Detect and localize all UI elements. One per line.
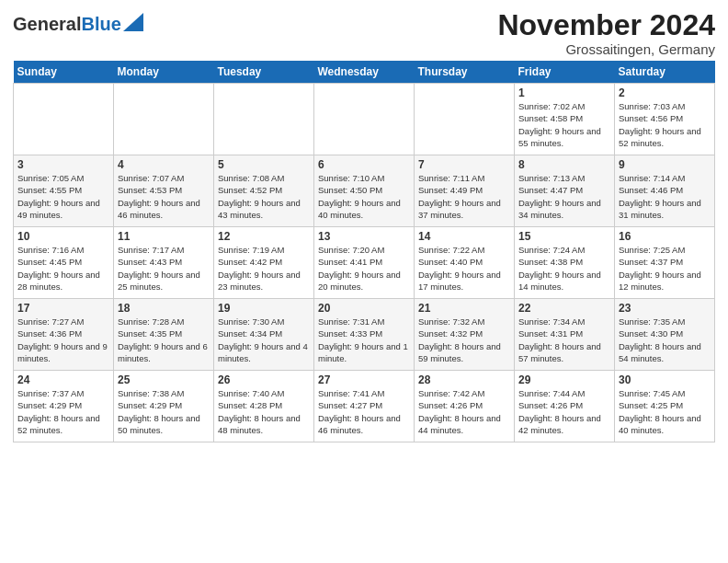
calendar-cell: 14Sunrise: 7:22 AM Sunset: 4:40 PM Dayli… [415,227,515,299]
day-number: 22 [518,302,610,315]
day-number: 25 [118,373,210,386]
svg-marker-0 [123,13,143,31]
day-info: Sunrise: 7:19 AM Sunset: 4:42 PM Dayligh… [218,244,310,293]
day-number: 16 [619,230,711,243]
day-number: 9 [619,158,711,171]
day-number: 10 [17,230,109,243]
day-info: Sunrise: 7:20 AM Sunset: 4:41 PM Dayligh… [318,244,410,293]
day-info: Sunrise: 7:40 AM Sunset: 4:28 PM Dayligh… [218,387,310,436]
location: Grossaitingen, Germany [497,41,715,57]
day-info: Sunrise: 7:17 AM Sunset: 4:43 PM Dayligh… [118,244,210,293]
day-number: 1 [518,86,610,99]
day-number: 2 [619,86,711,99]
day-number: 3 [17,158,109,171]
calendar-cell [214,84,314,155]
calendar-week-4: 17Sunrise: 7:27 AM Sunset: 4:36 PM Dayli… [14,299,715,371]
day-info: Sunrise: 7:24 AM Sunset: 4:38 PM Dayligh… [518,244,610,293]
month-title: November 2024 [497,9,715,41]
day-number: 6 [318,158,410,171]
calendar-cell: 7Sunrise: 7:11 AM Sunset: 4:49 PM Daylig… [415,155,515,227]
calendar-cell: 29Sunrise: 7:44 AM Sunset: 4:26 PM Dayli… [515,371,615,442]
calendar-cell [114,84,214,155]
logo-blue: Blue [81,14,120,34]
day-info: Sunrise: 7:31 AM Sunset: 4:33 PM Dayligh… [318,316,410,364]
logo-arrow-icon [123,13,143,31]
day-number: 5 [218,158,310,171]
day-info: Sunrise: 7:34 AM Sunset: 4:31 PM Dayligh… [518,316,610,364]
day-info: Sunrise: 7:38 AM Sunset: 4:29 PM Dayligh… [118,387,210,436]
day-number: 11 [118,230,210,243]
day-number: 21 [418,302,510,315]
header-row-days: Sunday Monday Tuesday Wednesday Thursday… [14,61,715,84]
logo: GeneralBlue [13,13,143,33]
day-number: 14 [418,230,510,243]
day-info: Sunrise: 7:22 AM Sunset: 4:40 PM Dayligh… [418,244,510,293]
day-number: 7 [418,158,510,171]
calendar-cell: 1Sunrise: 7:02 AM Sunset: 4:58 PM Daylig… [515,84,615,155]
calendar-week-5: 24Sunrise: 7:37 AM Sunset: 4:29 PM Dayli… [14,371,715,442]
calendar-cell: 27Sunrise: 7:41 AM Sunset: 4:27 PM Dayli… [314,371,415,442]
calendar-week-2: 3Sunrise: 7:05 AM Sunset: 4:55 PM Daylig… [14,155,715,227]
calendar-cell: 22Sunrise: 7:34 AM Sunset: 4:31 PM Dayli… [515,299,615,371]
day-info: Sunrise: 7:07 AM Sunset: 4:53 PM Dayligh… [118,172,210,221]
day-info: Sunrise: 7:45 AM Sunset: 4:25 PM Dayligh… [619,387,711,436]
col-sunday: Sunday [14,61,114,84]
day-info: Sunrise: 7:44 AM Sunset: 4:26 PM Dayligh… [518,387,610,436]
day-info: Sunrise: 7:42 AM Sunset: 4:26 PM Dayligh… [418,387,510,436]
calendar-cell: 11Sunrise: 7:17 AM Sunset: 4:43 PM Dayli… [114,227,214,299]
calendar-cell: 21Sunrise: 7:32 AM Sunset: 4:32 PM Dayli… [415,299,515,371]
day-info: Sunrise: 7:28 AM Sunset: 4:35 PM Dayligh… [118,316,210,364]
calendar-body: 1Sunrise: 7:02 AM Sunset: 4:58 PM Daylig… [14,84,715,442]
col-tuesday: Tuesday [214,61,314,84]
day-info: Sunrise: 7:35 AM Sunset: 4:30 PM Dayligh… [619,316,711,364]
title-section: November 2024 Grossaitingen, Germany [497,9,715,57]
day-number: 29 [518,373,610,386]
calendar-cell: 9Sunrise: 7:14 AM Sunset: 4:46 PM Daylig… [615,155,715,227]
day-number: 30 [619,373,711,386]
calendar-container: GeneralBlue November 2024 Grossaitingen,… [0,0,728,448]
calendar-cell: 6Sunrise: 7:10 AM Sunset: 4:50 PM Daylig… [314,155,415,227]
day-info: Sunrise: 7:13 AM Sunset: 4:47 PM Dayligh… [518,172,610,221]
day-number: 12 [218,230,310,243]
day-info: Sunrise: 7:05 AM Sunset: 4:55 PM Dayligh… [17,172,109,221]
day-number: 13 [318,230,410,243]
day-info: Sunrise: 7:37 AM Sunset: 4:29 PM Dayligh… [17,387,109,436]
day-info: Sunrise: 7:41 AM Sunset: 4:27 PM Dayligh… [318,387,410,436]
calendar-cell: 17Sunrise: 7:27 AM Sunset: 4:36 PM Dayli… [14,299,114,371]
calendar-cell: 10Sunrise: 7:16 AM Sunset: 4:45 PM Dayli… [14,227,114,299]
day-info: Sunrise: 7:11 AM Sunset: 4:49 PM Dayligh… [418,172,510,221]
calendar-cell: 28Sunrise: 7:42 AM Sunset: 4:26 PM Dayli… [415,371,515,442]
logo-general: General [13,14,81,34]
day-number: 8 [518,158,610,171]
calendar-cell: 8Sunrise: 7:13 AM Sunset: 4:47 PM Daylig… [515,155,615,227]
calendar-cell: 2Sunrise: 7:03 AM Sunset: 4:56 PM Daylig… [615,84,715,155]
day-info: Sunrise: 7:27 AM Sunset: 4:36 PM Dayligh… [17,316,109,364]
calendar-cell [415,84,515,155]
day-number: 18 [118,302,210,315]
day-info: Sunrise: 7:32 AM Sunset: 4:32 PM Dayligh… [418,316,510,364]
calendar-cell: 4Sunrise: 7:07 AM Sunset: 4:53 PM Daylig… [114,155,214,227]
calendar-cell: 24Sunrise: 7:37 AM Sunset: 4:29 PM Dayli… [14,371,114,442]
day-info: Sunrise: 7:08 AM Sunset: 4:52 PM Dayligh… [218,172,310,221]
col-wednesday: Wednesday [314,61,415,84]
calendar-cell: 26Sunrise: 7:40 AM Sunset: 4:28 PM Dayli… [214,371,314,442]
calendar-cell: 12Sunrise: 7:19 AM Sunset: 4:42 PM Dayli… [214,227,314,299]
day-number: 24 [17,373,109,386]
day-number: 23 [619,302,711,315]
day-number: 15 [518,230,610,243]
calendar-cell [14,84,114,155]
calendar-cell: 19Sunrise: 7:30 AM Sunset: 4:34 PM Dayli… [214,299,314,371]
day-info: Sunrise: 7:25 AM Sunset: 4:37 PM Dayligh… [619,244,711,293]
col-thursday: Thursday [415,61,515,84]
col-saturday: Saturday [615,61,715,84]
day-number: 19 [218,302,310,315]
day-info: Sunrise: 7:30 AM Sunset: 4:34 PM Dayligh… [218,316,310,364]
day-number: 4 [118,158,210,171]
calendar-cell: 13Sunrise: 7:20 AM Sunset: 4:41 PM Dayli… [314,227,415,299]
col-friday: Friday [515,61,615,84]
day-number: 17 [17,302,109,315]
calendar-cell: 30Sunrise: 7:45 AM Sunset: 4:25 PM Dayli… [615,371,715,442]
day-number: 26 [218,373,310,386]
day-number: 20 [318,302,410,315]
calendar-week-3: 10Sunrise: 7:16 AM Sunset: 4:45 PM Dayli… [14,227,715,299]
